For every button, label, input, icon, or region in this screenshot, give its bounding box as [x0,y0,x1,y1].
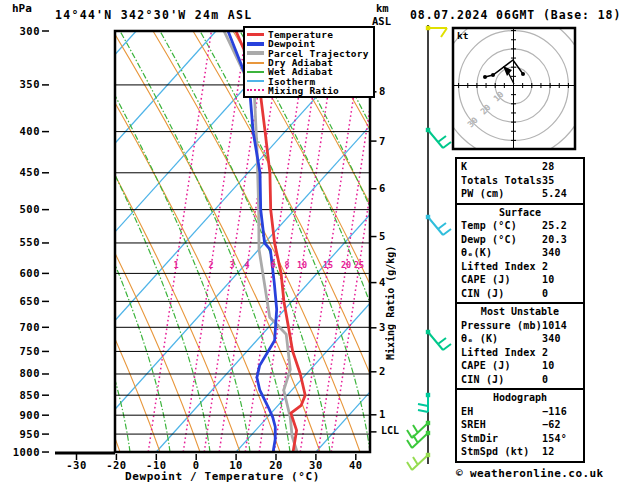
hodograph-trace-dot [491,73,495,77]
mixing-ratio-value-label: 1 [166,260,186,270]
stats-row-label: θₑ (K) [461,332,542,346]
stats-row-label: CAPE (J) [461,273,542,287]
legend-label: Wet Adiabat [268,67,333,76]
wind-barb-marker [426,128,430,132]
stats-row: Totals Totals35 [457,174,583,188]
wind-barb-glyph [428,130,451,148]
wind-barb-marker [426,330,430,334]
stats-section-title: Most Unstable [457,305,583,319]
stats-row-label: Lifted Index [461,260,542,274]
stats-row-value: −62 [542,418,579,432]
pressure-tick-label: 750 [0,345,40,357]
stats-row: Lifted Index2 [457,346,583,360]
legend-swatch-thin [247,62,264,64]
temperature-tick-label: -20 [99,459,133,471]
wind-barb [426,128,451,148]
stats-row-label: CIN (J) [461,287,542,301]
wind-barb [407,431,430,448]
stats-row: K28 [457,160,583,174]
stats-row-label: StmSpd (kt) [461,445,542,459]
pressure-tick-label: 600 [0,267,40,279]
temperature-tick-label: 30 [299,459,333,471]
pressure-tick-label: 950 [0,428,40,440]
pressure-tick-label: 300 [0,25,40,37]
stats-row-value: 0 [542,287,579,301]
stats-row-label: Lifted Index [461,346,542,360]
wind-barb [426,26,447,37]
stats-row: CIN (J)0 [457,373,583,387]
pressure-tick-label: 350 [0,78,40,90]
temperature-tick-label: -30 [60,459,94,471]
km-tick-label: 2 [379,365,397,377]
km-tick-label: 6 [379,182,397,194]
wind-barb-glyph [428,332,451,350]
altitude-axis-unit-km: km [376,2,389,14]
hodograph-trace-dot [521,72,525,76]
pressure-tick-label: 500 [0,203,40,215]
legend-swatch-dotted [247,89,264,91]
stats-row-value: 340 [542,332,579,346]
km-tick-label: 7 [379,135,397,147]
wind-barb [407,453,430,470]
stats-row-label: EH [461,405,542,419]
wet-adiabat-line [80,31,250,452]
stats-row-label: θₑ(K) [461,246,542,260]
wind-barb-glyph [407,455,428,470]
stats-row-value: 0 [542,373,579,387]
hodograph-unit-label: kt [457,30,468,41]
stats-row: CAPE (J)10 [457,359,583,373]
wind-barb [418,393,430,412]
wind-barb-marker [426,393,430,397]
wind-barb-marker [426,453,430,457]
wind-barb-marker [426,26,430,30]
stats-row: StmSpd (kt)12 [457,445,583,459]
km-tick-label: 4 [379,276,397,288]
stats-row-label: StmDir [461,432,542,446]
temperature-tick-label: -10 [139,459,173,471]
mixing-ratio-value-label: 10 [292,260,312,270]
legend-swatch-thin [247,80,264,82]
wind-barb-glyph [418,395,428,412]
pressure-tick-label: 900 [0,409,40,421]
stats-section: K28Totals Totals35PW (cm)5.24 [457,159,583,203]
stats-row-label: SREH [461,418,542,432]
stats-row: CIN (J)0 [457,287,583,301]
stats-panel: K28Totals Totals35PW (cm)5.24SurfaceTemp… [455,157,585,463]
legend-swatch-thick [247,51,264,55]
legend-swatch-thin [247,71,264,73]
km-tick-label: 8 [379,85,397,97]
stats-row: Pressure (mb)1014 [457,319,583,333]
stats-row-value: 28 [542,160,579,174]
stats-row-value: 20.3 [542,233,579,247]
legend-box: TemperatureDewpointParcel TrajectoryDry … [243,26,375,98]
pressure-tick-label: 700 [0,321,40,333]
stats-row-label: Totals Totals [461,174,542,188]
stats-row-label: Pressure (mb) [461,319,542,333]
stats-row-label: PW (cm) [461,187,542,201]
stats-row-label: Temp (°C) [461,219,542,233]
wind-barb-marker [426,421,430,425]
temperature-tick-label: 40 [339,459,373,471]
legend-swatch-thick [247,42,264,46]
mixing-ratio-line [148,31,211,452]
pressure-tick-label: 1000 [0,446,40,458]
stats-row-value: 5.24 [542,187,579,201]
stats-row-value: 25.2 [542,219,579,233]
stats-row-value: 10 [542,273,579,287]
stats-row-label: CAPE (J) [461,359,542,373]
stats-row: PW (cm)5.24 [457,187,583,201]
stats-row-value: −116 [542,405,579,419]
skewt-sounding-app: 102030 hPa 14°44'N 342°30'W 24m ASL 08.0… [0,0,629,486]
legend-item: Mixing Ratio [245,86,373,95]
legend-label: Mixing Ratio [268,86,339,95]
stats-row: θₑ (K)340 [457,332,583,346]
stats-row-value: 12 [542,445,579,459]
pressure-tick-label: 850 [0,389,40,401]
stats-row: θₑ(K)340 [457,246,583,260]
pressure-tick-label: 800 [0,367,40,379]
pressure-tick-label: 450 [0,166,40,178]
pressure-tick-label: 400 [0,125,40,137]
stats-section-title: Surface [457,206,583,220]
stats-row-value: 2 [542,346,579,360]
mixing-ratio-value-label: 15 [318,260,338,270]
